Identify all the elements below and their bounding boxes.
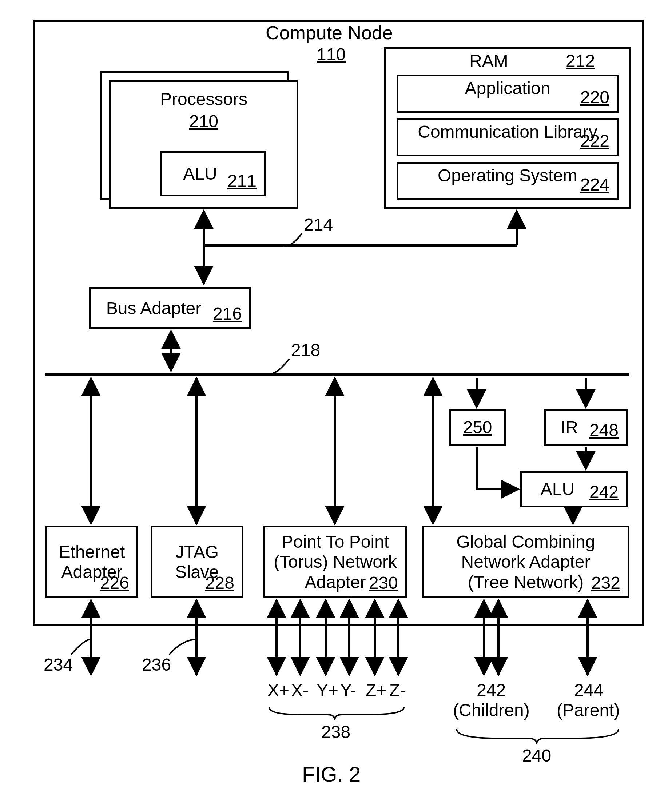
connectors-svg <box>0 0 672 791</box>
